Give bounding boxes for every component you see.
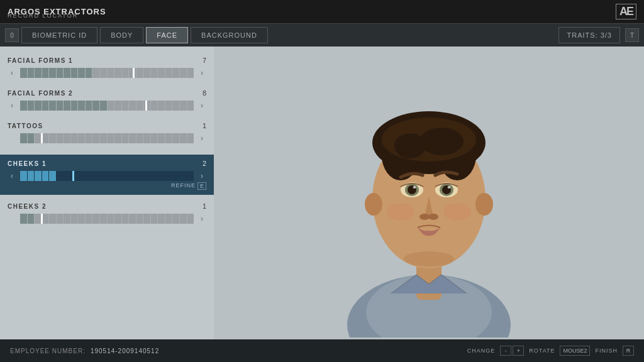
slider-value-tattoos: 1 [203, 122, 206, 129]
tab-body[interactable]: BODY [100, 27, 143, 43]
rotate-label: ROTATE [529, 348, 555, 354]
slider-value-facial-forms-2: 8 [203, 89, 206, 97]
slider-right-arrow-cheeks-1[interactable]: › [197, 172, 206, 180]
svg-point-23 [443, 203, 471, 221]
portrait-area [214, 47, 644, 339]
ae-logo: AE [616, 4, 636, 19]
slider-left-arrow-facial-forms-2[interactable]: ‹ [8, 101, 16, 110]
bottom-bar: EMPLOYEE NUMBER: 190514-2009140512 CHANG… [0, 339, 644, 362]
bottom-controls: CHANGE - + ROTATE MOUSE2 FINISH R [467, 346, 634, 356]
slider-track-tattoos[interactable] [20, 133, 194, 143]
slider-track-cheeks-1[interactable] [20, 171, 194, 181]
slider-value-cheeks-1: 2 [203, 160, 206, 167]
slider-facial-forms-2: FACIAL FORMS 2 8 ‹ [8, 89, 206, 111]
tab-face[interactable]: FACE [146, 27, 188, 43]
slider-track-cheeks-2[interactable] [20, 214, 194, 224]
change-minus-key[interactable]: - [500, 346, 511, 356]
slider-value-facial-forms-1: 7 [203, 57, 206, 64]
slider-value-cheeks-2: 1 [203, 202, 206, 210]
main-area: FACIAL FORMS 1 7 ‹ [0, 47, 644, 339]
slider-label-facial-forms-1: FACIAL FORMS 1 [8, 57, 73, 64]
slider-facial-forms-1: FACIAL FORMS 1 7 ‹ [8, 57, 206, 78]
change-label: CHANGE [467, 348, 496, 354]
slider-cheeks-1: CHEEKS 1 2 ‹ [0, 155, 214, 195]
slider-label-cheeks-1: CHEEKS 1 [8, 160, 47, 167]
tab-traits[interactable]: TRAITS: 3/3 [558, 27, 620, 43]
slider-label-cheeks-2: CHEEKS 2 [8, 203, 47, 210]
svg-point-15 [413, 186, 416, 189]
slider-right-arrow-facial-forms-1[interactable]: › [197, 69, 206, 77]
svg-point-24 [404, 251, 454, 266]
finish-label: FINISH [595, 348, 618, 354]
change-keys: - + [500, 346, 524, 356]
tab-background[interactable]: BACKGROUND [191, 27, 268, 43]
slider-label-facial-forms-2: FACIAL FORMS 2 [8, 90, 73, 97]
svg-point-20 [419, 214, 430, 220]
slider-left-arrow-facial-forms-1[interactable]: ‹ [8, 69, 16, 77]
svg-point-10 [365, 193, 382, 216]
svg-point-21 [428, 214, 438, 220]
svg-point-22 [387, 203, 414, 221]
slider-label-tattoos: TATTOOS [8, 123, 43, 129]
svg-point-9 [419, 128, 464, 155]
character-portrait [309, 48, 548, 337]
slider-right-arrow-tattoos[interactable]: › [197, 134, 206, 143]
record-locator: RECORD LOCATOR [8, 13, 78, 19]
slider-right-arrow-facial-forms-2[interactable]: › [197, 101, 206, 110]
tab-biometric-id[interactable]: BIOMETRIC ID [21, 27, 97, 43]
slider-tattoos: TATTOOS 1 ‹ [8, 122, 206, 143]
employee-number: 190514-2009140512 [91, 348, 159, 354]
nav-bar: 0 BIOMETRIC ID BODY FACE BACKGROUND TRAI… [0, 24, 644, 47]
left-panel: FACIAL FORMS 1 7 ‹ [0, 47, 214, 339]
top-bar: ARGOS EXTRACTORS RECORD LOCATOR AE [0, 0, 644, 24]
t-button[interactable]: T [625, 28, 639, 42]
svg-point-11 [475, 193, 493, 216]
change-plus-key[interactable]: + [513, 346, 524, 356]
rotate-key: MOUSE2 [560, 346, 590, 356]
employee-label: EMPLOYEE NUMBER: [10, 348, 86, 354]
slider-track-facial-forms-2[interactable] [20, 101, 194, 111]
slider-left-arrow-cheeks-1[interactable]: ‹ [8, 172, 16, 180]
slider-track-facial-forms-1[interactable] [20, 68, 194, 78]
finish-key[interactable]: R [623, 346, 634, 356]
svg-point-19 [448, 186, 451, 189]
slider-cheeks-2: CHEEKS 2 1 ‹ [8, 202, 206, 224]
slider-right-arrow-cheeks-2[interactable]: › [197, 214, 206, 223]
back-button[interactable]: 0 [5, 28, 19, 42]
refine-key[interactable]: E [197, 182, 206, 190]
refine-label: REFINE [171, 182, 196, 190]
